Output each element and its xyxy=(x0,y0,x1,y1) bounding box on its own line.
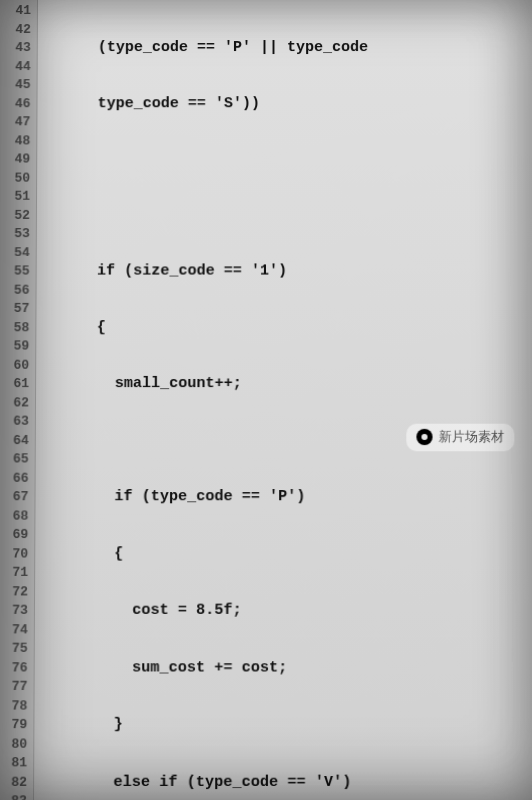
code-editor: 4142434445464748495051525354555657585960… xyxy=(0,0,532,800)
code-line xyxy=(43,206,532,225)
code-line: type_code == 'S')) xyxy=(43,95,532,114)
line-number: 58 xyxy=(0,319,29,338)
code-area[interactable]: (type_code == 'P' || type_code type_code… xyxy=(34,0,532,800)
line-number: 73 xyxy=(0,602,28,621)
line-number: 46 xyxy=(0,95,31,114)
watermark-text: 新片场素材 xyxy=(439,428,505,447)
line-number: 81 xyxy=(0,754,27,773)
watermark: 新片场素材 xyxy=(406,424,514,451)
line-number: 63 xyxy=(0,413,29,432)
line-number: 65 xyxy=(0,450,29,469)
line-number-gutter: 4142434445464748495051525354555657585960… xyxy=(0,0,38,800)
line-number: 53 xyxy=(0,225,30,244)
code-line: else if (type_code == 'V') xyxy=(40,773,532,792)
code-line: (type_code == 'P' || type_code xyxy=(44,39,532,58)
line-number: 56 xyxy=(0,281,30,300)
line-number: 66 xyxy=(0,469,29,488)
line-number: 48 xyxy=(0,132,30,151)
line-number: 44 xyxy=(0,58,31,77)
line-number: 72 xyxy=(0,583,28,602)
line-number: 54 xyxy=(0,244,30,263)
line-number: 59 xyxy=(0,337,29,356)
line-number: 82 xyxy=(0,773,27,792)
line-number: 45 xyxy=(0,76,31,95)
line-number: 57 xyxy=(0,300,29,319)
line-number: 76 xyxy=(0,659,28,678)
line-number: 41 xyxy=(0,2,31,21)
line-number: 79 xyxy=(0,716,27,735)
line-number: 71 xyxy=(0,564,28,583)
line-number: 49 xyxy=(0,150,30,169)
code-line: cost = 8.5f; xyxy=(41,602,532,621)
code-line: small_count++; xyxy=(42,375,532,394)
line-number: 70 xyxy=(0,545,28,564)
code-line xyxy=(43,150,532,169)
code-line: { xyxy=(42,319,532,338)
line-number: 55 xyxy=(0,262,30,281)
code-line: sum_cost += cost; xyxy=(41,659,532,678)
code-line: if (type_code == 'P') xyxy=(42,488,532,507)
line-number: 52 xyxy=(0,206,30,225)
line-number: 67 xyxy=(0,488,28,507)
code-line: { xyxy=(41,545,532,564)
line-number: 83 xyxy=(0,792,27,800)
line-number: 77 xyxy=(0,678,28,697)
line-number: 50 xyxy=(0,169,30,188)
code-line: if (size_code == '1') xyxy=(43,262,532,281)
line-number: 62 xyxy=(0,394,29,413)
line-number: 61 xyxy=(0,375,29,394)
line-number: 51 xyxy=(0,188,30,207)
watermark-logo-icon xyxy=(416,429,432,445)
line-number: 75 xyxy=(0,640,28,659)
line-number: 80 xyxy=(0,735,27,754)
line-number: 74 xyxy=(0,621,28,640)
line-number: 47 xyxy=(0,113,30,132)
line-number: 69 xyxy=(0,526,28,545)
line-number: 42 xyxy=(0,21,31,40)
line-number: 60 xyxy=(0,356,29,375)
code-line: } xyxy=(40,716,532,735)
line-number: 43 xyxy=(0,39,31,58)
line-number: 64 xyxy=(0,431,29,450)
line-number: 78 xyxy=(0,697,27,716)
line-number: 68 xyxy=(0,507,28,526)
